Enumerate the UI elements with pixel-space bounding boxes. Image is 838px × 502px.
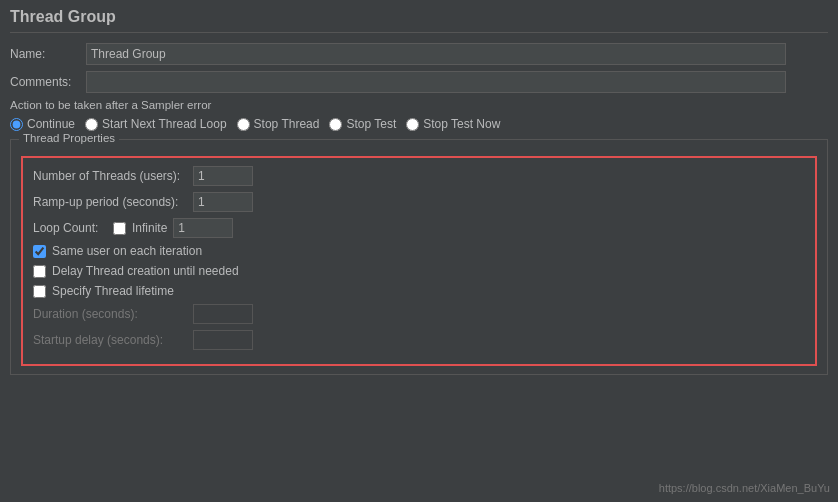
same-user-checkbox[interactable] — [33, 245, 46, 258]
name-label: Name: — [10, 47, 80, 61]
duration-label: Duration (seconds): — [33, 307, 193, 321]
startup-delay-label: Startup delay (seconds): — [33, 333, 193, 347]
comments-label: Comments: — [10, 75, 80, 89]
thread-properties-title: Thread Properties — [19, 132, 119, 144]
sampler-error-label: Action to be taken after a Sampler error — [10, 99, 828, 111]
delay-creation-row: Delay Thread creation until needed — [33, 264, 805, 278]
specify-lifetime-row: Specify Thread lifetime — [33, 284, 805, 298]
thread-props-inner: Number of Threads (users): Ramp-up perio… — [21, 156, 817, 366]
delay-creation-label: Delay Thread creation until needed — [52, 264, 239, 278]
specify-lifetime-checkbox[interactable] — [33, 285, 46, 298]
same-user-row: Same user on each iteration — [33, 244, 805, 258]
radio-stop-thread[interactable]: Stop Thread — [237, 117, 320, 131]
radio-start-next[interactable]: Start Next Thread Loop — [85, 117, 227, 131]
radio-start-next-label: Start Next Thread Loop — [102, 117, 227, 131]
duration-input[interactable] — [193, 304, 253, 324]
comments-row: Comments: — [10, 71, 828, 93]
watermark: https://blog.csdn.net/XiaMen_BuYu — [659, 482, 830, 494]
radio-stop-test-label: Stop Test — [346, 117, 396, 131]
sampler-error-options: Continue Start Next Thread Loop Stop Thr… — [10, 117, 828, 131]
loop-count-label: Loop Count: — [33, 221, 113, 235]
radio-stop-thread-label: Stop Thread — [254, 117, 320, 131]
name-input[interactable] — [86, 43, 786, 65]
ramp-up-label: Ramp-up period (seconds): — [33, 195, 193, 209]
delay-creation-checkbox[interactable] — [33, 265, 46, 278]
startup-delay-row: Startup delay (seconds): — [33, 330, 805, 350]
radio-stop-test[interactable]: Stop Test — [329, 117, 396, 131]
loop-count-row: Loop Count: Infinite — [33, 218, 805, 238]
radio-stop-test-now[interactable]: Stop Test Now — [406, 117, 500, 131]
ramp-up-input[interactable] — [193, 192, 253, 212]
radio-continue-label: Continue — [27, 117, 75, 131]
radio-continue[interactable]: Continue — [10, 117, 75, 131]
thread-properties-section: Thread Properties Number of Threads (use… — [10, 139, 828, 375]
num-threads-label: Number of Threads (users): — [33, 169, 193, 183]
name-row: Name: — [10, 43, 828, 65]
specify-lifetime-label: Specify Thread lifetime — [52, 284, 174, 298]
main-panel: Thread Group Name: Comments: Action to b… — [0, 0, 838, 502]
infinite-checkbox[interactable] — [113, 222, 126, 235]
radio-stop-test-now-label: Stop Test Now — [423, 117, 500, 131]
comments-input[interactable] — [86, 71, 786, 93]
panel-title: Thread Group — [10, 8, 828, 33]
same-user-label: Same user on each iteration — [52, 244, 202, 258]
num-threads-row: Number of Threads (users): — [33, 166, 805, 186]
duration-row: Duration (seconds): — [33, 304, 805, 324]
ramp-up-row: Ramp-up period (seconds): — [33, 192, 805, 212]
infinite-label: Infinite — [132, 221, 167, 235]
startup-delay-input[interactable] — [193, 330, 253, 350]
loop-count-input[interactable] — [173, 218, 233, 238]
num-threads-input[interactable] — [193, 166, 253, 186]
loop-inner: Infinite — [113, 218, 233, 238]
